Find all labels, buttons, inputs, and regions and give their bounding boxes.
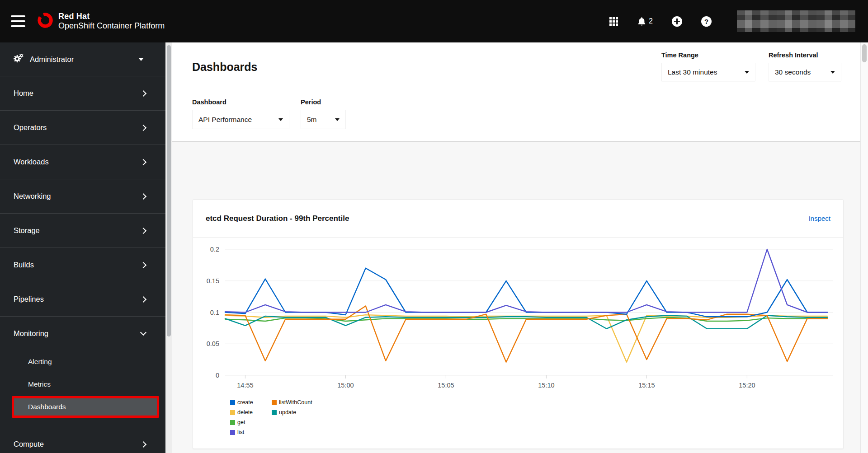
legend-item-update: update [272,407,312,417]
time-range-select[interactable]: Last 30 minutes [661,63,755,81]
etcd-duration-line-chart[interactable]: 00.050.10.150.214:5515:0015:0515:1015:15… [193,245,844,396]
x-axis-tick-label: 15:10 [538,382,554,389]
legend-item-get: get [230,417,272,427]
y-axis-tick-label: 0 [216,372,219,379]
dashboard-select[interactable]: API Performance [192,110,289,129]
legend-swatch-icon [272,410,277,415]
dashboard-body: etcd Request Duration - 99th Percentile … [172,142,860,453]
chevron-right-icon [140,90,146,96]
nav-toggle-menu-icon[interactable] [11,15,25,27]
chevron-right-icon [140,159,146,165]
legend-label: create [237,399,253,406]
sidebar-item-metrics[interactable]: Metrics [0,373,165,396]
sidebar-navigation: Administrator Home Operators Workloads N… [0,42,165,453]
add-circle-icon[interactable] [672,16,682,27]
redhat-logo-icon [37,12,53,30]
main-scrollbar [860,42,868,453]
x-axis-tick-label: 14:55 [237,382,253,389]
dashboard-control: Dashboard API Performance [192,98,289,129]
chevron-right-icon [140,124,146,131]
caret-down-icon [335,118,340,121]
sidebar-item-operators[interactable]: Operators [0,111,165,145]
legend-column: createdeletegetlist [230,397,272,437]
y-axis-tick-label: 0.1 [210,309,219,316]
main-content: Dashboards Time Range Last 30 minutes Re… [172,42,860,453]
chevron-down-icon [140,329,146,336]
legend-swatch-icon [230,430,235,435]
series-line-create [225,268,827,317]
main-scrollbar-thumb[interactable] [862,44,867,62]
brand-line1: Red Hat [58,12,90,21]
sidebar-item-workloads[interactable]: Workloads [0,145,165,179]
legend-item-delete: delete [230,407,272,417]
sidebar-scrollbar-thumb[interactable] [167,45,171,336]
notification-bell-icon[interactable]: 2 [637,16,653,26]
y-axis-tick-label: 0.05 [207,340,219,347]
chevron-right-icon [140,193,146,199]
dashboard-label: Dashboard [192,98,289,106]
refresh-interval-label: Refresh Interval [769,51,841,59]
y-axis-tick-label: 0.15 [207,277,219,285]
brand-line2: OpenShift Container Platform [58,21,165,31]
caret-down-icon [278,118,283,121]
legend-swatch-icon [230,420,235,425]
sidebar-scrollbar [165,42,172,453]
brand-logo: Red Hat OpenShift Container Platform [37,12,165,30]
caret-down-icon [830,71,835,74]
legend-label: get [237,419,245,425]
card-title: etcd Request Duration - 99th Percentile [206,214,349,223]
etcd-request-duration-card: etcd Request Duration - 99th Percentile … [193,199,844,449]
series-line-delete [225,315,827,362]
legend-item-create: create [230,397,272,407]
legend-label: list [237,429,244,435]
x-axis-tick-label: 15:05 [438,382,454,389]
perspective-label: Administrator [30,55,74,64]
period-label: Period [301,98,346,106]
legend-label: listWithCount [279,399,312,406]
legend-swatch-icon [230,400,235,405]
sidebar-item-networking[interactable]: Networking [0,179,165,214]
sidebar-item-storage[interactable]: Storage [0,214,165,248]
legend-swatch-icon [272,400,277,405]
page-title: Dashboards [192,61,257,74]
perspective-switcher[interactable]: Administrator [0,42,165,76]
sidebar-item-alerting[interactable]: Alerting [0,350,165,373]
sidebar-item-dashboards-selected-red-annotation[interactable]: Dashboards [12,396,159,418]
chevron-right-icon [140,441,146,447]
sidebar-item-home[interactable]: Home [0,76,165,111]
caret-down-icon [745,71,749,74]
refresh-interval-control: Refresh Interval 30 seconds [769,51,841,81]
caret-down-icon [138,58,144,61]
notification-count-badge: 2 [649,17,653,25]
chevron-right-icon [140,296,146,302]
chevron-right-icon [140,227,146,234]
chart-legend: createdeletegetlistlistWithCountupdate [230,397,312,437]
user-menu-redacted[interactable] [737,10,855,32]
cogs-icon [14,54,24,65]
time-range-control: Time Range Last 30 minutes [661,51,755,81]
sidebar-item-compute[interactable]: Compute [0,427,165,453]
series-line-listWithCount [225,306,827,362]
help-icon[interactable]: ? [701,16,712,27]
app-launcher-icon[interactable] [609,17,618,26]
x-axis-tick-label: 15:20 [739,382,755,389]
legend-item-listWithCount: listWithCount [272,397,312,407]
legend-swatch-icon [230,410,235,415]
x-axis-tick-label: 15:00 [337,382,354,389]
legend-item-list: list [230,427,272,437]
period-select[interactable]: 5m [301,110,346,129]
y-axis-tick-label: 0.2 [210,246,219,253]
time-range-label: Time Range [661,51,755,59]
x-axis-tick-label: 15:15 [638,382,655,389]
period-control: Period 5m [301,98,346,129]
sidebar-item-pipelines[interactable]: Pipelines [0,282,165,317]
sidebar-item-monitoring[interactable]: Monitoring [0,317,165,350]
legend-column: listWithCountupdate [272,397,312,437]
chevron-right-icon [140,262,146,268]
masthead: Red Hat OpenShift Container Platform 2 ? [0,0,868,42]
legend-label: update [279,409,296,416]
sidebar-item-builds[interactable]: Builds [0,248,165,282]
inspect-link[interactable]: Inspect [809,215,830,222]
legend-label: delete [237,409,253,416]
refresh-interval-select[interactable]: 30 seconds [769,63,841,81]
